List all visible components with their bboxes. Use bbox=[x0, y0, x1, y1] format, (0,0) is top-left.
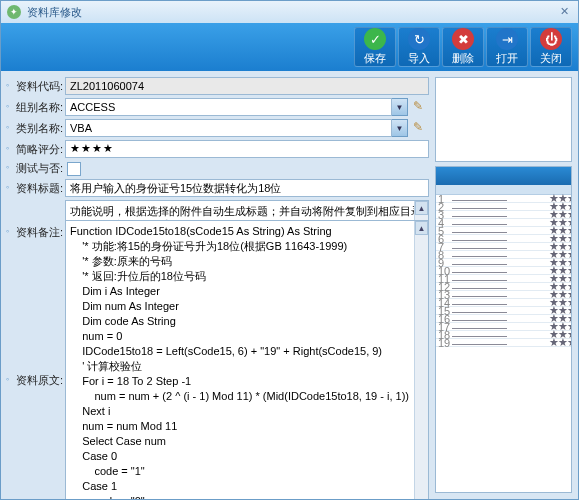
close-button[interactable]: ⏻关闭 bbox=[530, 27, 572, 67]
field-title[interactable]: 将用户输入的身份证号15位数据转化为18位 bbox=[65, 179, 429, 197]
label-group: 组别名称: bbox=[7, 100, 63, 115]
scrollbar[interactable]: ▲▼ bbox=[414, 221, 428, 500]
field-code: ZL2011060074 bbox=[65, 77, 429, 95]
field-group[interactable]: ACCESS bbox=[65, 98, 392, 116]
titlebar: ✦ 资料库修改 ✕ bbox=[1, 1, 578, 23]
import-button[interactable]: ↻导入 bbox=[398, 27, 440, 67]
chevron-down-icon[interactable]: ▼ bbox=[392, 98, 408, 116]
label-remark: 资料备注: bbox=[7, 225, 63, 240]
label-title: 资料标题: bbox=[7, 181, 63, 196]
label-test: 测试与否: bbox=[7, 161, 63, 176]
power-icon: ⏻ bbox=[540, 28, 562, 50]
window-title: 资料库修改 bbox=[27, 5, 82, 20]
field-category[interactable]: VBA bbox=[65, 119, 392, 137]
close-icon[interactable]: ✕ bbox=[556, 4, 572, 20]
toolbar: ✓保存 ↻导入 ✖删除 ⇥打开 ⏻关闭 bbox=[1, 23, 578, 71]
mini-list-pane[interactable]: 1—————★★★ 2—————★★★ 3—————★★★ 4—————★★★ … bbox=[435, 166, 572, 493]
field-rating[interactable]: ★★★★ bbox=[65, 140, 429, 158]
edit-icon[interactable]: ✎ bbox=[413, 99, 429, 115]
edit-icon[interactable]: ✎ bbox=[413, 120, 429, 136]
field-source[interactable]: Function IDCode15to18(sCode15 As String)… bbox=[65, 220, 429, 500]
preview-pane bbox=[435, 77, 572, 162]
label-source: 资料原文: bbox=[7, 373, 63, 388]
open-button[interactable]: ⇥打开 bbox=[486, 27, 528, 67]
chevron-down-icon[interactable]: ▼ bbox=[392, 119, 408, 137]
delete-icon: ✖ bbox=[452, 28, 474, 50]
open-icon: ⇥ bbox=[496, 28, 518, 50]
label-code: 资料代码: bbox=[7, 79, 63, 94]
checkbox-test[interactable] bbox=[67, 162, 81, 176]
app-icon: ✦ bbox=[7, 5, 21, 19]
import-icon: ↻ bbox=[408, 28, 430, 50]
label-category: 类别名称: bbox=[7, 121, 63, 136]
label-rating: 简略评分: bbox=[7, 142, 63, 157]
save-button[interactable]: ✓保存 bbox=[354, 27, 396, 67]
delete-button[interactable]: ✖删除 bbox=[442, 27, 484, 67]
check-icon: ✓ bbox=[364, 28, 386, 50]
